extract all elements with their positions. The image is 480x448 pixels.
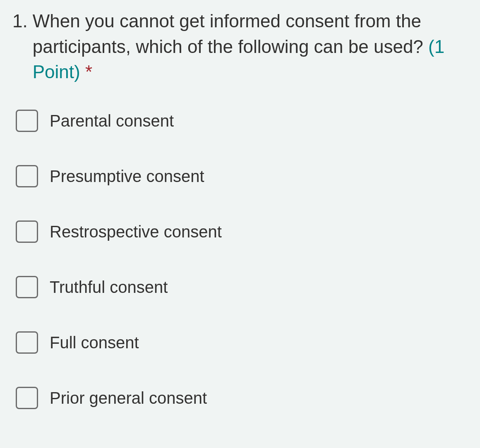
option-label: Restrospective consent xyxy=(50,221,222,242)
required-asterisk: * xyxy=(85,62,92,82)
option-row[interactable]: Truthful consent xyxy=(16,276,468,298)
option-label: Prior general consent xyxy=(50,387,207,409)
option-row[interactable]: Prior general consent xyxy=(16,387,468,409)
checkbox-option-4[interactable] xyxy=(16,276,38,298)
checkbox-option-3[interactable] xyxy=(16,220,38,243)
question-header: 1. When you cannot get informed consent … xyxy=(12,8,468,85)
option-label: Truthful consent xyxy=(50,276,168,298)
option-row[interactable]: Full consent xyxy=(16,331,468,354)
option-row[interactable]: Presumptive consent xyxy=(16,165,468,187)
question-text-wrapper: When you cannot get informed consent fro… xyxy=(33,8,468,85)
option-label: Full consent xyxy=(50,332,139,353)
options-list: Parental consent Presumptive consent Res… xyxy=(12,110,468,409)
checkbox-option-1[interactable] xyxy=(16,110,38,132)
checkbox-option-5[interactable] xyxy=(16,331,38,354)
option-row[interactable]: Restrospective consent xyxy=(16,220,468,243)
checkbox-option-2[interactable] xyxy=(16,165,38,187)
option-label: Parental consent xyxy=(50,110,174,132)
checkbox-option-6[interactable] xyxy=(16,387,38,409)
option-label: Presumptive consent xyxy=(50,165,204,187)
question-number: 1. xyxy=(12,8,28,85)
question-text: When you cannot get informed consent fro… xyxy=(33,11,423,57)
option-row[interactable]: Parental consent xyxy=(16,110,468,132)
